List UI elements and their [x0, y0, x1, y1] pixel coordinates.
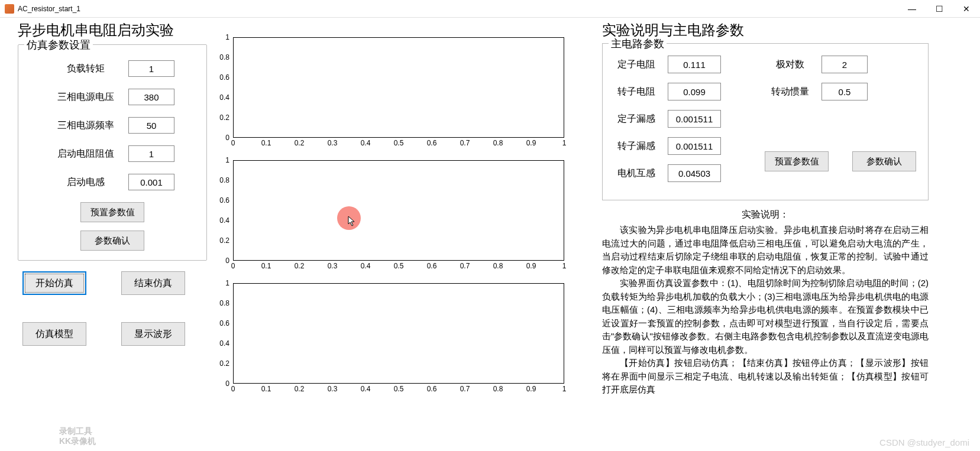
param-label: 电机互感 [611, 167, 662, 180]
preset-circuit-button[interactable]: 预置参数值 [765, 151, 829, 171]
stator-resistance-input[interactable] [668, 56, 721, 73]
sim-params-group: 仿真参数设置 负载转矩 三相电源电压 三相电源频率 启动电阻阻值 启动电感 [18, 44, 207, 261]
mutual-inductance-input[interactable] [668, 164, 721, 182]
chart-3[interactable]: 00.20.40.60.81 00.10.20.30.40.50.60.70.8… [213, 283, 591, 395]
watermark-line2: KK录像机 [59, 436, 96, 446]
param-row: 电机互感 [611, 164, 759, 182]
chart-2-xticks: 00.10.20.30.40.50.60.70.80.91 [233, 261, 564, 272]
center-charts: 00.20.40.60.81 00.10.20.30.40.50.60.70.8… [213, 21, 591, 451]
start-inductance-input[interactable] [128, 174, 174, 190]
circuit-params-grid: 定子电阻 转子电阻 定子漏感 转子漏感 [611, 56, 920, 192]
param-row: 转子漏感 [611, 137, 759, 155]
window-title: AC_resistor_start_1 [18, 5, 80, 13]
stator-leakage-input[interactable] [668, 110, 721, 128]
minimize-button[interactable]: — [898, 0, 926, 18]
param-label: 启动电感 [50, 176, 121, 189]
param-row: 转动惯量 [765, 83, 920, 100]
confirm-params-button[interactable]: 参数确认 [80, 231, 144, 251]
chart-1-xticks: 00.10.20.30.40.50.60.70.80.91 [233, 138, 564, 150]
param-label: 三相电源电压 [50, 91, 121, 103]
chart-2-axes[interactable] [233, 160, 564, 261]
right-panel: 实验说明与主电路参数 主电路参数 定子电阻 转子电阻 定子漏感 [597, 21, 929, 451]
param-label: 定子漏感 [611, 113, 662, 125]
param-label: 三相电源频率 [50, 119, 121, 132]
description-block: 实验说明： 该实验为异步电机串电阻降压启动实验。异步电机直接启动时将存在启动三相… [602, 209, 929, 397]
pole-pairs-input[interactable] [821, 56, 868, 73]
rotor-leakage-input[interactable] [668, 137, 721, 155]
experiment-title: 异步电机串电阻启动实验 [18, 21, 207, 40]
titlebar-left: AC_resistor_start_1 [5, 4, 80, 14]
load-torque-input[interactable] [128, 60, 174, 77]
param-label: 负载转矩 [50, 63, 121, 75]
param-row: 负载转矩 [29, 60, 196, 77]
watermark-csdn: CSDN @studyer_domi [879, 437, 969, 447]
voltage-input[interactable] [128, 89, 174, 105]
param-row: 定子电阻 [611, 56, 759, 73]
chart-3-axes[interactable] [233, 283, 564, 384]
param-row: 启动电阻阻值 [29, 145, 196, 162]
window-controls: — ☐ ✕ [898, 0, 980, 18]
watermark-line1: 录制工具 [59, 426, 96, 436]
inertia-input[interactable] [821, 83, 868, 100]
chart-1-axes[interactable] [233, 37, 564, 138]
stop-sim-button[interactable]: 结束仿真 [121, 271, 185, 295]
sim-params-group-title: 仿真参数设置 [24, 38, 93, 52]
chart-3-xticks: 00.10.20.30.40.50.60.70.80.91 [233, 384, 564, 395]
app-icon [5, 4, 14, 14]
close-button[interactable]: ✕ [953, 0, 980, 18]
chart-2[interactable]: 00.20.40.60.81 00.10.20.30.40.50.60.70.8… [213, 160, 591, 272]
left-group-buttons: 预置参数值 参数确认 [29, 202, 196, 251]
left-panel: 异步电机串电阻启动实验 仿真参数设置 负载转矩 三相电源电压 三相电源频率 启动… [18, 21, 207, 451]
action-buttons: 开始仿真 结束仿真 仿真模型 显示波形 [18, 271, 207, 346]
description-body: 该实验为异步电机串电阻降压启动实验。异步电机直接启动时将存在启动三相电流过大的问… [602, 223, 929, 397]
description-title: 实验说明： [602, 209, 929, 221]
param-label: 转子电阻 [611, 86, 662, 98]
param-row: 转子电阻 [611, 83, 759, 100]
param-row: 三相电源频率 [29, 117, 196, 134]
circuit-params-group: 主电路参数 定子电阻 转子电阻 定子漏感 [602, 43, 929, 200]
chart-3-yticks: 00.20.40.60.81 [213, 283, 231, 384]
param-row: 启动电感 [29, 174, 196, 190]
start-resistance-input[interactable] [128, 145, 174, 162]
right-group-buttons: 预置参数值 参数确认 [765, 151, 920, 171]
param-row: 定子漏感 [611, 110, 759, 128]
param-label: 转子漏感 [611, 140, 662, 153]
chart-2-yticks: 00.20.40.60.81 [213, 160, 231, 261]
param-label: 定子电阻 [611, 59, 662, 71]
param-row: 三相电源电压 [29, 89, 196, 105]
show-wave-button[interactable]: 显示波形 [121, 322, 185, 346]
chart-1-yticks: 00.20.40.60.81 [213, 37, 231, 138]
confirm-circuit-button[interactable]: 参数确认 [852, 151, 916, 171]
param-label: 启动电阻阻值 [50, 148, 121, 160]
watermark-recorder: 录制工具 KK录像机 [59, 426, 96, 446]
main-content: 异步电机串电阻启动实验 仿真参数设置 负载转矩 三相电源电压 三相电源频率 启动… [0, 18, 980, 451]
frequency-input[interactable] [128, 117, 174, 134]
param-row: 极对数 [765, 56, 920, 73]
preset-params-button[interactable]: 预置参数值 [80, 202, 144, 222]
sim-model-button[interactable]: 仿真模型 [22, 322, 86, 346]
titlebar: AC_resistor_start_1 — ☐ ✕ [0, 0, 980, 18]
cursor-highlight-icon [337, 206, 361, 230]
maximize-button[interactable]: ☐ [926, 0, 953, 18]
circuit-params-title: 主电路参数 [609, 37, 667, 51]
param-label: 极对数 [765, 59, 816, 71]
rotor-resistance-input[interactable] [668, 83, 721, 100]
param-label: 转动惯量 [765, 86, 816, 98]
start-sim-button[interactable]: 开始仿真 [22, 271, 86, 295]
chart-1[interactable]: 00.20.40.60.81 00.10.20.30.40.50.60.70.8… [213, 37, 591, 150]
